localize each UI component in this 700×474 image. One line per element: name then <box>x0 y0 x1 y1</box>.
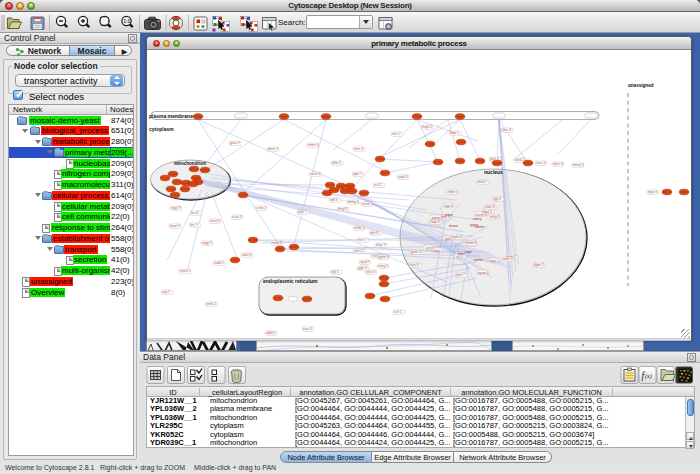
svg-text:nbgo 1: nbgo 1 <box>433 249 443 253</box>
svg-text:oenb 2: oenb 2 <box>206 302 216 306</box>
svg-text:lngo 6: lngo 6 <box>444 204 453 208</box>
svg-text:anrd 2: anrd 2 <box>515 158 524 162</box>
svg-text:sbsc 6: sbsc 6 <box>502 128 511 132</box>
svg-text:drog 8: drog 8 <box>338 207 347 211</box>
svg-text:mitochondrion: mitochondrion <box>174 161 206 166</box>
svg-text:drem 9: drem 9 <box>268 147 278 151</box>
svg-text:nopp 1: nopp 1 <box>489 259 499 263</box>
svg-text:pgam 6: pgam 6 <box>478 271 489 275</box>
svg-text:easc 5: easc 5 <box>303 327 313 331</box>
svg-text:sogtt: sogtt <box>465 250 472 254</box>
svg-text:cytoplasm: cytoplasm <box>149 126 174 132</box>
svg-text:dnmg 1: dnmg 1 <box>348 200 359 204</box>
svg-text:asbn 8: asbn 8 <box>242 253 252 257</box>
svg-text:plasma membrane: plasma membrane <box>149 113 193 119</box>
svg-text:nagp 9: nagp 9 <box>202 241 212 245</box>
svg-text:lcpe 6: lcpe 6 <box>431 220 440 224</box>
svg-text:nsmn 4: nsmn 4 <box>308 143 319 147</box>
svg-text:msaso: msaso <box>449 224 458 228</box>
svg-text:asem 5: asem 5 <box>362 202 373 206</box>
svg-text:tggr 6: tggr 6 <box>493 197 501 201</box>
svg-text:endoplasmic reticulum: endoplasmic reticulum <box>263 278 318 284</box>
svg-text:(x): (x) <box>645 373 652 380</box>
svg-text:asne 2: asne 2 <box>354 249 364 253</box>
svg-text:ccmo 2: ccmo 2 <box>256 206 267 210</box>
svg-text:agnm 8: agnm 8 <box>378 255 389 259</box>
svg-text:cecm 4: cecm 4 <box>310 172 321 176</box>
svg-text:adse 3: adse 3 <box>503 257 513 261</box>
svg-text:nadd 5: nadd 5 <box>214 261 224 265</box>
svg-text:nsng 4: nsng 4 <box>378 264 388 268</box>
svg-text:tpsn 7: tpsn 7 <box>456 273 465 277</box>
svg-text:rnen 4: rnen 4 <box>354 147 363 151</box>
svg-text:soge 9: soge 9 <box>171 206 181 210</box>
svg-text:ltnc 9: ltnc 9 <box>190 223 198 227</box>
svg-text:unassigned: unassigned <box>628 83 654 88</box>
svg-text:nmntm: nmntm <box>475 225 485 229</box>
svg-text:ceac 4: ceac 4 <box>536 161 546 165</box>
svg-text:bbnl 3: bbnl 3 <box>483 210 492 214</box>
svg-text:sctl 5: sctl 5 <box>394 310 402 314</box>
svg-text:scoa 3: scoa 3 <box>232 215 242 219</box>
svg-text:rblm 3: rblm 3 <box>332 161 341 165</box>
svg-text:ermsg: ermsg <box>473 217 482 221</box>
svg-text:nasb 8: nasb 8 <box>272 241 282 245</box>
svg-text:mpla 4: mpla 4 <box>452 235 462 239</box>
svg-text:cnna 8: cnna 8 <box>210 219 220 223</box>
svg-text:egsa 5: egsa 5 <box>648 190 658 194</box>
svg-text:rgbe 1: rgbe 1 <box>353 172 362 176</box>
svg-text:etbm 1: etbm 1 <box>448 190 458 194</box>
svg-text:gono 9: gono 9 <box>230 141 240 145</box>
svg-text:nucleus: nucleus <box>484 169 503 175</box>
svg-text:ralg 9: ralg 9 <box>162 290 170 294</box>
svg-text:emnp 3: emnp 3 <box>573 163 584 167</box>
svg-text:srcl 2: srcl 2 <box>374 183 382 187</box>
svg-text:ltca 6: ltca 6 <box>191 211 199 215</box>
svg-text:ptdc 7: ptdc 7 <box>298 210 307 214</box>
svg-text:1:1: 1:1 <box>123 19 130 24</box>
svg-text:tmbc 8: tmbc 8 <box>485 205 495 209</box>
svg-text:btmm 8: btmm 8 <box>466 241 477 245</box>
svg-text:tmcl 2: tmcl 2 <box>392 132 401 136</box>
svg-text:nlgl 4: nlgl 4 <box>331 270 339 274</box>
svg-text:geds 3: geds 3 <box>411 250 421 254</box>
svg-text:nnms 2: nnms 2 <box>180 269 191 273</box>
svg-text:sdtl 4: sdtl 4 <box>330 198 338 202</box>
svg-text:mlap 2: mlap 2 <box>490 215 500 219</box>
svg-text:mebc 2: mebc 2 <box>354 226 365 230</box>
svg-text:mpot 9: mpot 9 <box>170 224 180 228</box>
svg-text:sdbb 5: sdbb 5 <box>266 331 276 335</box>
svg-text:epen 4: epen 4 <box>553 162 563 166</box>
svg-text:lmgb 4: lmgb 4 <box>422 125 432 129</box>
svg-text:lbdp 5: lbdp 5 <box>450 131 459 135</box>
svg-text:trcn 1: trcn 1 <box>358 238 366 242</box>
svg-text:rgre 8: rgre 8 <box>370 231 379 235</box>
svg-text:eapb 5: eapb 5 <box>398 175 408 179</box>
svg-text:etgrm: etgrm <box>445 213 453 217</box>
svg-text:ooeme: ooeme <box>474 258 484 262</box>
svg-text:lcnn 8: lcnn 8 <box>410 263 419 267</box>
svg-text:dgbn 2: dgbn 2 <box>534 263 544 267</box>
svg-text:botd 2: botd 2 <box>478 180 487 184</box>
svg-text:dngc 9: dngc 9 <box>376 243 386 247</box>
svg-text:ggbr 6: ggbr 6 <box>358 266 367 270</box>
svg-text:cgsd 9: cgsd 9 <box>360 260 370 264</box>
